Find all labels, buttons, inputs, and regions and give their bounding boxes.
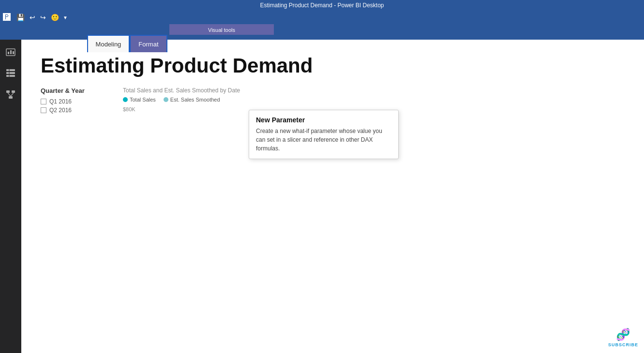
- canvas-area: Estimating Product Demand Quarter & Year…: [21, 40, 644, 353]
- chart-title: Total Sales and Est. Sales Smoothed by D…: [123, 87, 625, 94]
- sidebar-item-data[interactable]: [2, 65, 19, 82]
- save-btn[interactable]: 💾: [15, 13, 27, 22]
- emoji-btn[interactable]: 🙂: [49, 13, 61, 22]
- tooltip-title: New Parameter: [256, 116, 391, 124]
- left-sidebar: [0, 40, 21, 353]
- undo-btn[interactable]: ↩: [28, 13, 37, 22]
- title-bar-text: Estimating Product Demand - Power BI Des…: [260, 2, 384, 9]
- sidebar-item-report[interactable]: [2, 44, 19, 61]
- visual-tools-bar: Visual tools: [169, 24, 274, 35]
- svg-line-40: [8, 93, 11, 96]
- filter-panel: Quarter & Year Q1 2016 Q2 2016: [41, 87, 104, 116]
- svg-rect-37: [6, 90, 10, 93]
- tooltip-text: Create a new what-if parameter whose val…: [256, 127, 391, 153]
- svg-rect-32: [13, 51, 14, 54]
- filter-item-q2[interactable]: Q2 2016: [41, 107, 104, 114]
- checkbox-q2[interactable]: [41, 107, 46, 113]
- svg-rect-39: [9, 96, 13, 99]
- checkbox-q1[interactable]: [41, 99, 46, 104]
- chart-legend: Total Sales Est. Sales Smoothed: [123, 97, 625, 103]
- sidebar-item-model[interactable]: [2, 86, 19, 103]
- app-icon: 🅿: [3, 13, 11, 22]
- tab-modeling[interactable]: Modeling: [87, 35, 130, 52]
- legend-item-est-sales: Est. Sales Smoothed: [164, 97, 220, 103]
- svg-rect-35: [6, 75, 15, 77]
- filter-title: Quarter & Year: [41, 87, 104, 94]
- legend-dot-est-sales: [164, 97, 168, 102]
- svg-rect-33: [6, 69, 15, 71]
- visual-tools-label: Visual tools: [208, 27, 235, 33]
- redo-btn[interactable]: ↪: [38, 13, 48, 22]
- svg-rect-30: [8, 52, 9, 54]
- tooltip-box: New Parameter Create a new what-if param…: [249, 110, 399, 159]
- svg-rect-31: [10, 50, 12, 54]
- subscribe-badge[interactable]: 🧬 SUBSCRIBE: [608, 328, 638, 347]
- report-title: Estimating Product Demand: [41, 54, 625, 77]
- tab-format[interactable]: Format: [130, 35, 167, 52]
- svg-line-41: [11, 93, 14, 96]
- dropdown-arrow[interactable]: ▼: [62, 14, 69, 21]
- filter-item-q1[interactable]: Q1 2016: [41, 98, 104, 105]
- subscribe-text: SUBSCRIBE: [608, 342, 638, 347]
- legend-dot-total-sales: [123, 97, 128, 102]
- svg-rect-38: [12, 90, 15, 93]
- subscribe-icon: 🧬: [616, 328, 630, 341]
- legend-item-total-sales: Total Sales: [123, 97, 156, 103]
- svg-rect-34: [6, 72, 15, 74]
